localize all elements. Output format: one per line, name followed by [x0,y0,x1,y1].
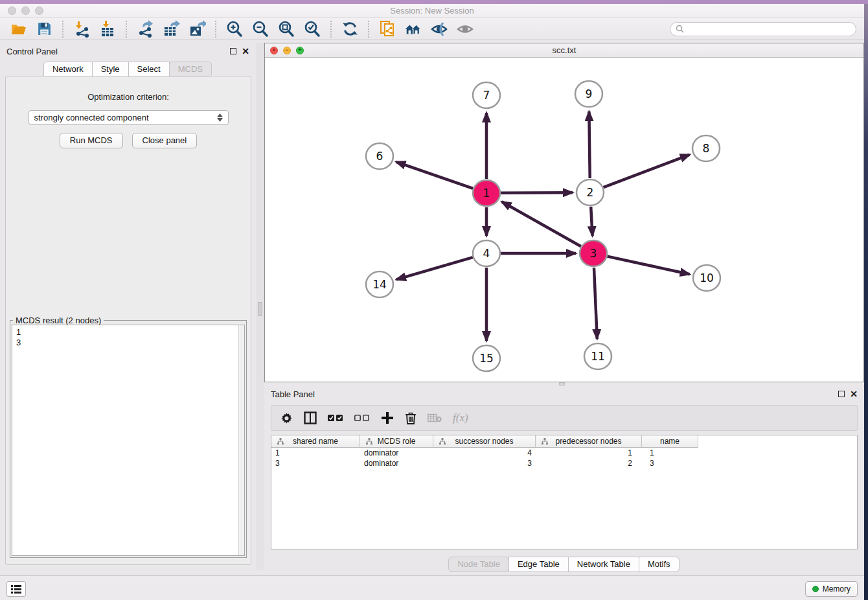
close-panel-icon[interactable]: ✕ [242,48,249,54]
graph-node-2[interactable]: 2 [577,179,604,205]
float-panel-icon[interactable] [230,48,236,54]
hide-panels-icon[interactable] [430,20,448,38]
table-panel: Table Panel ✕ [264,386,864,574]
table-cell: 2 [536,459,642,468]
svg-text:14: 14 [372,278,387,291]
tab-edge-table[interactable]: Edge Table [508,557,569,572]
import-table-icon[interactable] [98,20,117,38]
svg-text:3: 3 [590,247,597,260]
vertical-splitter-handle[interactable] [258,302,262,316]
task-history-button[interactable] [6,581,26,597]
network-window-titlebar[interactable]: × − + scc.txt [265,43,863,58]
mcds-result-textarea[interactable]: 13 [12,325,245,556]
vertical-splitter[interactable] [256,43,264,570]
memory-status-icon [812,586,819,592]
svg-text:11: 11 [591,350,605,363]
tab-style[interactable]: Style [92,62,129,77]
graph-edge-3-10[interactable] [607,257,689,275]
zoom-selected-icon[interactable] [303,20,321,38]
graph-node-6[interactable]: 6 [366,143,393,169]
save-session-icon[interactable] [35,20,53,38]
column-header-MCDS-role[interactable]: MCDS role [360,435,433,448]
zoom-in-icon[interactable] [225,20,244,38]
memory-button[interactable]: Memory [805,581,858,597]
graph-edge-2-8[interactable] [604,155,690,188]
table-cell: dominator [360,459,433,468]
tab-node-table[interactable]: Node Table [448,557,509,572]
table-cell: 3 [271,459,360,468]
refresh-icon[interactable] [341,20,359,38]
graph-edge-2-9[interactable] [589,111,589,178]
tab-motifs[interactable]: Motifs [639,557,680,572]
graph-edge-4-14[interactable] [396,257,473,279]
tab-network-table[interactable]: Network Table [568,557,639,572]
graph-node-15[interactable]: 15 [473,345,500,371]
graph-node-1[interactable]: 1 [473,180,500,206]
status-bar: Memory [0,575,864,600]
graph-edge-1-2[interactable] [501,192,573,193]
search-field[interactable] [670,22,856,36]
home-layout-icon[interactable] [404,20,422,38]
search-input[interactable] [687,25,851,34]
optimization-criterion-select[interactable]: strongly connected component [29,110,229,125]
mcds-result-values: 13 [12,325,244,350]
export-image-icon[interactable] [188,20,206,38]
settings-gear-icon[interactable] [280,412,293,424]
column-header-name[interactable]: name [642,435,698,448]
delete-table-icon[interactable] [428,413,442,422]
graph-edge-3-11[interactable] [594,268,597,339]
graph-edge-3-1[interactable] [502,202,581,246]
table-toolbar: f(x) [271,405,858,431]
network-canvas[interactable]: 7968124314101511 [265,58,863,382]
graph-node-11[interactable]: 11 [584,343,611,369]
import-network-icon[interactable] [73,20,91,38]
open-session-icon[interactable] [9,20,27,38]
tab-network[interactable]: Network [43,62,93,77]
column-header-successor-nodes[interactable]: successor nodes [433,435,536,448]
zoom-fit-icon[interactable] [277,20,295,38]
tab-mcds[interactable]: MCDS [169,62,212,77]
close-panel-button[interactable]: Close panel [132,133,198,148]
select-all-columns-icon[interactable] [328,414,343,422]
graph-node-7[interactable]: 7 [473,82,500,108]
graph-node-3[interactable]: 3 [580,240,607,266]
application-window: Session: New Session [0,0,868,600]
result-scrollbar[interactable] [238,325,244,555]
function-builder-icon[interactable]: f(x) [453,411,468,424]
table-cell: 1 [536,448,642,457]
deselect-all-columns-icon[interactable] [354,414,370,422]
svg-text:6: 6 [376,150,383,163]
float-table-panel-icon[interactable] [838,391,845,397]
table-panel-tabs: Node TableEdge TableNetwork TableMotifs [264,557,864,572]
table-row[interactable]: 1dominator411 [271,448,857,458]
table-row[interactable]: 3dominator323 [271,458,857,468]
tab-select[interactable]: Select [128,62,170,77]
mcds-result-group: MCDS result (2 nodes) 13 [10,320,247,558]
split-columns-icon[interactable] [304,411,317,424]
table-cell: 3 [433,459,536,468]
add-column-icon[interactable] [381,411,394,424]
optimization-criterion-value: strongly connected component [34,113,149,122]
close-table-panel-icon[interactable]: ✕ [850,391,858,397]
column-header-shared-name[interactable]: shared name [271,435,360,448]
export-table-icon[interactable] [162,20,180,38]
run-mcds-button[interactable]: Run MCDS [60,133,123,148]
column-header-predecessor-nodes[interactable]: predecessor nodes [536,435,642,448]
mcds-tab-content: Optimization criterion: strongly connect… [5,76,251,565]
delete-column-icon[interactable] [405,411,417,424]
graph-edge-1-6[interactable] [396,162,474,189]
show-panels-icon[interactable] [456,20,474,38]
table-cell: 1 [271,448,360,457]
graph-node-4[interactable]: 4 [473,240,500,266]
export-network-icon[interactable] [136,20,154,38]
graph-edge-2-3[interactable] [591,207,592,236]
graph-node-8[interactable]: 8 [692,135,720,161]
node-table[interactable]: shared nameMCDS rolesuccessor nodesprede… [271,435,858,549]
clone-network-icon[interactable] [378,20,396,38]
svg-text:9: 9 [586,87,593,100]
svg-text:7: 7 [483,89,490,102]
graph-node-14[interactable]: 14 [366,271,393,297]
graph-node-9[interactable]: 9 [575,81,602,107]
zoom-out-icon[interactable] [251,20,269,38]
graph-node-10[interactable]: 10 [693,265,720,291]
